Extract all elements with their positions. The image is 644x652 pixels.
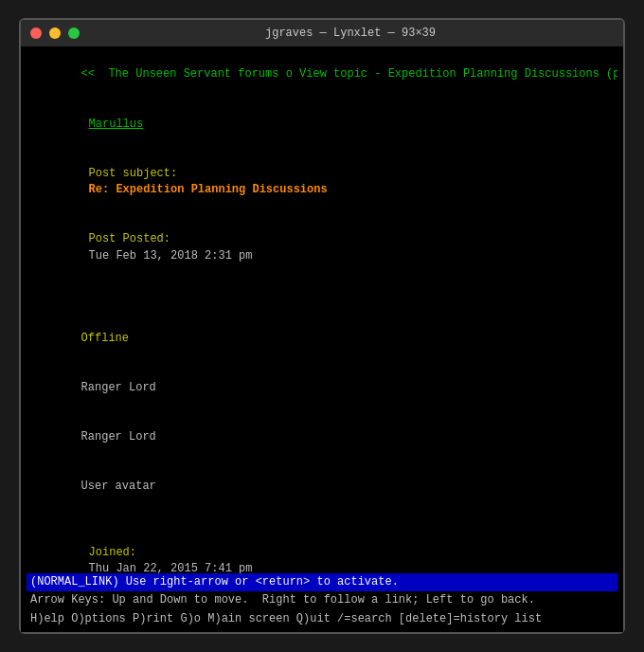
minimize-button[interactable] bbox=[49, 27, 61, 39]
nav-arrow: << bbox=[81, 67, 95, 81]
status-bar: (NORMAL_LINK) Use right-arrow or <return… bbox=[27, 573, 617, 591]
rank1: Ranger Lord bbox=[81, 381, 156, 394]
breadcrumb[interactable]: The Unseen Servant forums o View topic -… bbox=[95, 67, 617, 81]
status-line: Offline bbox=[27, 298, 617, 364]
blank2 bbox=[27, 512, 617, 528]
rank1-line: Ranger Lord bbox=[27, 363, 617, 412]
post-subject-label: Post subject: bbox=[89, 167, 178, 180]
offline-status: Offline bbox=[81, 332, 129, 345]
rank3-line: User avatar bbox=[27, 462, 617, 512]
rank2: Ranger Lord bbox=[81, 430, 156, 444]
commands-bar: H)elp O)ptions P)rint G)o M)ain screen Q… bbox=[27, 610, 617, 628]
post-posted-value: Tue Feb 13, 2018 2:31 pm bbox=[89, 249, 253, 263]
titlebar: jgraves — Lynxlet — 93×39 bbox=[21, 20, 623, 46]
post-subject-line: Post subject: Re: Expedition Planning Di… bbox=[27, 149, 617, 215]
joined-line: Joined: Thu Jan 22, 2015 7:41 pm bbox=[27, 528, 617, 573]
post-posted-line: Post Posted: Tue Feb 13, 2018 2:31 pm bbox=[27, 215, 617, 281]
post-posted-label: Post Posted: bbox=[89, 232, 170, 245]
window-title: jgraves — Lynxlet — 93×39 bbox=[87, 27, 614, 40]
terminal-window: jgraves — Lynxlet — 93×39 << The Unseen … bbox=[19, 18, 625, 634]
post-subject[interactable]: Re: Expedition Planning Discussions bbox=[89, 183, 328, 196]
content-area: << The Unseen Servant forums o View topi… bbox=[27, 50, 617, 573]
nav-line: << The Unseen Servant forums o View topi… bbox=[27, 50, 617, 100]
terminal-body: << The Unseen Servant forums o View topi… bbox=[21, 46, 623, 632]
rank2-line: Ranger Lord bbox=[27, 413, 617, 462]
help-bar: Arrow Keys: Up and Down to move. Right t… bbox=[27, 591, 617, 609]
maximize-button[interactable] bbox=[68, 27, 80, 39]
joined-value: Thu Jan 22, 2015 7:41 pm bbox=[89, 562, 253, 573]
close-button[interactable] bbox=[30, 27, 42, 39]
rank3: User avatar bbox=[81, 480, 156, 493]
joined-label: Joined: bbox=[89, 546, 136, 559]
author-line: Marullus bbox=[27, 100, 617, 149]
blank1 bbox=[27, 281, 617, 297]
author-link[interactable]: Marullus bbox=[89, 118, 144, 131]
